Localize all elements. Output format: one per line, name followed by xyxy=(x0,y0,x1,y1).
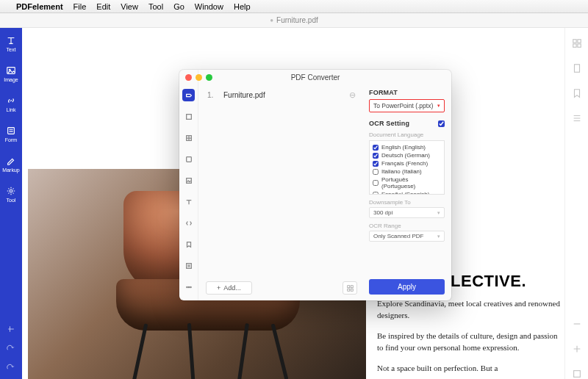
lang-check[interactable] xyxy=(373,192,379,195)
format-select[interactable]: To PowerPoint (.pptx) ▾ xyxy=(369,99,445,112)
app-name[interactable]: PDFelement xyxy=(16,2,63,11)
body-para-1: Explore Scandinavia, meet local creative… xyxy=(377,298,561,322)
document-tab[interactable]: ● Furniture.pdf xyxy=(0,13,588,28)
lang-check[interactable] xyxy=(373,169,379,175)
menu-go[interactable]: Go xyxy=(173,2,184,11)
menu-help[interactable]: Help xyxy=(234,2,251,11)
language-list[interactable]: English (English) Deutsch (German) Franç… xyxy=(369,140,445,195)
svg-rect-16 xyxy=(573,40,576,43)
chevron-down-icon: ▾ xyxy=(437,103,440,109)
modal-title: PDF Converter xyxy=(179,73,451,82)
svg-point-3 xyxy=(10,190,12,192)
pdf-converter-modal: PDF Converter 1. Furniture.pdf ⊖ xyxy=(179,70,451,300)
file-list-panel: 1. Furniture.pdf ⊖ +Add... xyxy=(198,70,365,300)
redo-icon[interactable] xyxy=(7,363,15,372)
svg-rect-18 xyxy=(573,44,576,47)
converter-side-tabs xyxy=(179,70,198,300)
ocrrange-select[interactable]: Only Scanned PDF▾ xyxy=(369,231,445,242)
lang-check[interactable] xyxy=(373,161,379,167)
tool-link[interactable]: Link xyxy=(6,95,16,112)
svg-rect-15 xyxy=(351,289,353,291)
add-file-button[interactable]: +Add... xyxy=(206,281,252,295)
side-tab-more[interactable] xyxy=(182,281,195,293)
svg-rect-6 xyxy=(186,156,191,162)
unsaved-dot-icon: ● xyxy=(270,17,273,24)
svg-point-10 xyxy=(188,286,189,287)
svg-rect-20 xyxy=(574,65,579,73)
sidebar-collapse-icon[interactable] xyxy=(7,325,15,333)
file-index: 1. xyxy=(207,91,216,99)
svg-point-11 xyxy=(190,286,190,287)
lang-item: Italiano (Italian) xyxy=(373,167,441,176)
mac-menubar: PDFelement File Edit View Tool Go Window… xyxy=(0,0,588,13)
document-tab-label: Furniture.pdf xyxy=(276,16,318,24)
lang-check[interactable] xyxy=(373,180,379,186)
svg-point-9 xyxy=(186,286,187,287)
lang-item: Español (Spanish) xyxy=(373,190,441,195)
tool-text[interactable]: Text xyxy=(6,35,16,52)
svg-rect-12 xyxy=(347,285,349,287)
file-row[interactable]: 1. Furniture.pdf ⊖ xyxy=(206,89,357,101)
grid-view-button[interactable] xyxy=(343,281,357,295)
left-toolbar: Text Image Link Form Markup Tool xyxy=(0,28,22,379)
file-name: Furniture.pdf xyxy=(223,91,342,99)
svg-rect-17 xyxy=(577,40,580,43)
menu-window[interactable]: Window xyxy=(195,2,223,11)
document-canvas[interactable]: ED BY THE COLLECTIVE. Explore Scandinavi… xyxy=(22,28,564,379)
svg-rect-13 xyxy=(351,285,353,287)
format-header: FORMAT xyxy=(369,89,445,96)
chevron-down-icon: ▾ xyxy=(437,210,440,216)
menu-file[interactable]: File xyxy=(74,2,87,11)
side-tab-excel[interactable] xyxy=(182,131,195,144)
doclang-label: Document Language xyxy=(369,131,445,138)
lang-check[interactable] xyxy=(373,153,379,159)
svg-rect-4 xyxy=(186,114,191,119)
minus-icon[interactable] xyxy=(572,319,582,329)
svg-rect-19 xyxy=(577,44,580,47)
side-tab-rtf[interactable] xyxy=(182,259,195,272)
downsample-select[interactable]: 300 dpi▾ xyxy=(369,207,445,218)
tool-form[interactable]: Form xyxy=(5,126,17,142)
side-tab-convert[interactable] xyxy=(182,89,195,101)
bookmark-icon[interactable] xyxy=(572,88,582,98)
lang-item: English (English) xyxy=(373,143,441,151)
svg-rect-14 xyxy=(347,289,349,291)
menu-view[interactable]: View xyxy=(121,2,138,11)
svg-rect-8 xyxy=(186,263,191,268)
menu-edit[interactable]: Edit xyxy=(96,2,110,11)
ocr-header: OCR Setting xyxy=(369,120,409,127)
plus-icon[interactable] xyxy=(572,344,582,354)
converter-settings-panel: FORMAT To PowerPoint (.pptx) ▾ OCR Setti… xyxy=(365,70,451,300)
lang-check[interactable] xyxy=(373,145,379,151)
lang-item: Português (Portuguese) xyxy=(373,176,441,190)
svg-rect-2 xyxy=(8,128,15,134)
side-tab-epub[interactable] xyxy=(182,238,195,250)
downsample-label: Downsample To xyxy=(369,199,445,206)
tool-tool[interactable]: Tool xyxy=(6,186,16,203)
svg-rect-21 xyxy=(573,371,580,378)
list-icon[interactable] xyxy=(572,113,582,123)
side-tab-ppt[interactable] xyxy=(182,153,195,165)
side-tab-text[interactable] xyxy=(182,195,195,208)
lang-item: Deutsch (German) xyxy=(373,151,441,159)
lang-item: Français (French) xyxy=(373,159,441,167)
body-para-2: Be inspired by the details of culture, d… xyxy=(377,331,561,354)
fit-icon[interactable] xyxy=(572,369,582,379)
tool-markup[interactable]: Markup xyxy=(2,156,19,173)
page-icon[interactable] xyxy=(572,63,582,73)
format-select-value: To PowerPoint (.pptx) xyxy=(373,102,433,109)
side-tab-html[interactable] xyxy=(182,217,195,229)
chevron-down-icon: ▾ xyxy=(437,234,440,239)
menu-tool[interactable]: Tool xyxy=(148,2,163,11)
side-tab-image[interactable] xyxy=(182,174,195,187)
plus-icon: + xyxy=(217,284,220,292)
tool-image[interactable]: Image xyxy=(4,65,18,82)
side-tab-word[interactable] xyxy=(182,110,195,123)
right-rail xyxy=(564,28,588,379)
thumbnails-icon[interactable] xyxy=(572,38,582,48)
apply-button[interactable]: Apply xyxy=(369,279,445,295)
undo-icon[interactable] xyxy=(7,344,15,353)
remove-file-icon[interactable]: ⊖ xyxy=(349,90,356,100)
ocr-toggle[interactable] xyxy=(438,120,445,127)
ocrrange-label: OCR Range xyxy=(369,223,445,229)
